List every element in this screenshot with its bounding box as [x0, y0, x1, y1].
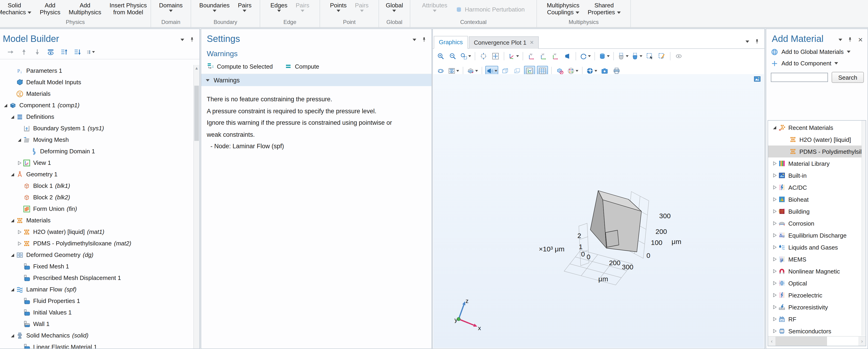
- tree-item-corrosion[interactable]: Corrosion: [768, 217, 862, 229]
- collapse-icon[interactable]: [10, 114, 15, 120]
- expand-icon[interactable]: [17, 229, 22, 234]
- move-down-icon[interactable]: [73, 48, 82, 56]
- scene-light-icon[interactable]: [598, 52, 610, 61]
- tree-item-initial-values-1[interactable]: Initial Values 1: [0, 307, 194, 318]
- tree-item-optical[interactable]: Optical: [768, 277, 862, 289]
- tree-item-wall-1[interactable]: Wall 1: [0, 318, 194, 330]
- transparency-icon[interactable]: [674, 52, 684, 61]
- add-to-global-materials-button[interactable]: Add to Global Materials: [771, 46, 868, 58]
- tab-convergence-plot[interactable]: Convergence Plot 1 ✕: [469, 36, 539, 49]
- tree-item-view-1[interactable]: View 1: [0, 157, 194, 168]
- graphics-canvas[interactable]: 2 1 0 ×10³ μm 0 200 300 μm 300 200 100 0…: [433, 74, 764, 348]
- arrow-up-icon[interactable]: [20, 48, 28, 56]
- tree-item-equilibrium-discharge[interactable]: ΔuEquilibrium Discharge: [768, 229, 862, 241]
- arrow-down-icon[interactable]: [33, 48, 41, 56]
- expand-icon[interactable]: [772, 292, 777, 298]
- expand-icon[interactable]: [772, 232, 777, 238]
- expand-icon[interactable]: [772, 280, 777, 286]
- environment-gray-icon[interactable]: [617, 52, 629, 61]
- expand-icon[interactable]: [772, 256, 777, 262]
- tree-item-materials[interactable]: Materials: [0, 88, 194, 99]
- arrow-right-icon[interactable]: [6, 48, 15, 56]
- scroll-right-icon[interactable]: ›: [858, 339, 866, 344]
- tree-item-mems[interactable]: μMEMS: [768, 253, 862, 265]
- ribbon-button-solid-mechanics[interactable]: SolidMechanics: [0, 2, 32, 19]
- tree-item-solid-mechanics[interactable]: Solid Mechanics(solid): [0, 330, 194, 341]
- view-xy-icon[interactable]: xy: [526, 52, 536, 61]
- panel-menu-icon[interactable]: [181, 38, 184, 41]
- tree-item-parameters-1[interactable]: PiParameters 1: [0, 65, 194, 76]
- expand-icon[interactable]: [17, 241, 22, 246]
- pin-icon[interactable]: [754, 38, 760, 45]
- expand-icon[interactable]: [772, 161, 777, 166]
- collapse-icon[interactable]: [10, 287, 15, 292]
- panel-menu-icon[interactable]: [745, 40, 749, 42]
- collapse-icon[interactable]: [87, 48, 95, 56]
- add-to-component-button[interactable]: Add to Component: [771, 58, 868, 69]
- expand-icon[interactable]: [772, 316, 777, 322]
- warnings-section-header[interactable]: Warnings: [201, 74, 431, 86]
- compute-button[interactable]: Compute: [285, 63, 319, 70]
- search-button[interactable]: Search: [832, 72, 864, 83]
- tree-item-piezoelectric[interactable]: Piezoelectric: [768, 289, 862, 301]
- rotate-icon[interactable]: [579, 52, 591, 61]
- zoom-box-icon[interactable]: [460, 52, 471, 61]
- close-panel-icon[interactable]: ✕: [858, 37, 863, 42]
- collapse-icon[interactable]: [17, 137, 22, 142]
- move-up-icon[interactable]: [60, 48, 68, 56]
- collapse-icon[interactable]: [10, 171, 15, 177]
- expand-icon[interactable]: [772, 304, 777, 310]
- collapse-icon[interactable]: [3, 102, 8, 108]
- tree-item-nonlinear-magnetic[interactable]: Nonlinear Magnetic: [768, 265, 862, 277]
- tree-item-materials[interactable]: Materials: [0, 215, 194, 226]
- show-icon[interactable]: [46, 48, 55, 56]
- ribbon-button-multiphysics-couplings[interactable]: MultiphysicsCouplings: [547, 2, 580, 19]
- zoom-out-icon[interactable]: [447, 52, 458, 61]
- tree-item-fluid-properties-1[interactable]: Fluid Properties 1: [0, 295, 194, 307]
- tree-item-form-union[interactable]: Form Union(fin): [0, 203, 194, 215]
- pin-icon[interactable]: [189, 36, 195, 43]
- expand-icon[interactable]: [772, 328, 777, 334]
- ribbon-button-add-physics[interactable]: AddPhysics: [40, 2, 61, 19]
- tree-item-default-model-inputs[interactable]: Default Model Inputs: [0, 76, 194, 88]
- panel-menu-icon[interactable]: [412, 38, 416, 41]
- compute-to-selected-button[interactable]: Compute to Selected: [207, 63, 273, 70]
- ribbon-button-shared-properties[interactable]: SharedProperties: [588, 2, 621, 19]
- tree-item-material-library[interactable]: Material Library: [768, 157, 862, 169]
- expand-icon[interactable]: [772, 245, 777, 250]
- material-list-vscrollbar[interactable]: [862, 121, 866, 336]
- tree-item-pdms-polydimethylsiloxane[interactable]: PDMS - Polydimethylsiloxane(mat2): [0, 237, 194, 249]
- panel-menu-icon[interactable]: [839, 38, 842, 41]
- tree-item-prescribed-mesh-displacement-1[interactable]: Prescribed Mesh Displacement 1: [0, 272, 194, 284]
- select-box-icon[interactable]: [645, 52, 655, 61]
- collapse-icon[interactable]: [10, 218, 15, 223]
- tree-item-liquids-and-gases[interactable]: Liquids and Gases: [768, 241, 862, 253]
- ribbon-button-boundaries[interactable]: Boundaries: [199, 2, 230, 19]
- tree-item-component-1[interactable]: Component 1(comp1): [0, 99, 194, 111]
- tree-item-block-1[interactable]: Block 1(blk1): [0, 180, 194, 192]
- tree-item-recent-materials[interactable]: Recent Materials: [768, 122, 862, 133]
- tree-item-definitions[interactable]: Definitions: [0, 111, 194, 123]
- axes-3d-icon[interactable]: [507, 52, 520, 61]
- tree-item-building[interactable]: Building: [768, 205, 862, 217]
- image-icon[interactable]: [753, 75, 761, 83]
- ribbon-button-edges[interactable]: Edges: [271, 2, 287, 19]
- tree-item-fixed-mesh-1[interactable]: Fixed Mesh 1: [0, 261, 194, 272]
- tree-item-h2o-water-liquid[interactable]: H2O (water) [liquid](mat1): [0, 226, 194, 237]
- tree-item-semiconductors[interactable]: Semiconductors: [768, 325, 862, 337]
- material-search-input[interactable]: [771, 73, 828, 82]
- close-tab-icon[interactable]: ✕: [530, 40, 534, 45]
- scroll-left-icon[interactable]: ‹: [768, 339, 775, 344]
- zoom-extents-icon[interactable]: [478, 52, 489, 61]
- material-list-hscrollbar[interactable]: ‹ ›: [768, 336, 866, 346]
- scrollbar-thumb[interactable]: [775, 337, 827, 346]
- tree-item-rf[interactable]: RF: [768, 313, 862, 325]
- expand-icon[interactable]: [772, 268, 777, 274]
- ribbon-button-global[interactable]: Global: [386, 2, 403, 19]
- tree-item-pdms-polydimethylsiloxane[interactable]: PDMS - Polydimethylsiloxane: [768, 146, 862, 157]
- ribbon-button-pairs[interactable]: Pairs: [238, 2, 251, 19]
- tree-item-h2o-water-liquid[interactable]: H2O (water) [liquid]: [768, 133, 862, 146]
- lasso-icon[interactable]: [657, 52, 667, 61]
- ribbon-button-insert-physics-from-model[interactable]: Insert Physicsfrom Model: [110, 2, 147, 19]
- expand-icon[interactable]: [772, 185, 777, 190]
